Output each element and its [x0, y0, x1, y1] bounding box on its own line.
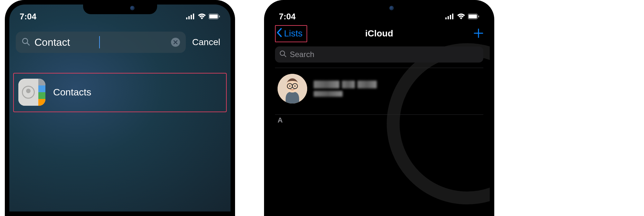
svg-rect-11: [445, 17, 447, 19]
svg-rect-1: [188, 16, 190, 19]
status-icons: [445, 14, 479, 19]
notch: [83, 0, 157, 14]
svg-rect-13: [450, 15, 451, 19]
wifi-icon: [457, 14, 465, 19]
svg-rect-2: [191, 15, 192, 19]
nav-bar: Lists iCloud: [269, 23, 490, 42]
search-input[interactable]: Contact: [34, 36, 97, 48]
search-placeholder: Search: [290, 50, 314, 59]
my-card-info: [314, 81, 481, 97]
svg-line-8: [27, 43, 29, 45]
text-cursor: [99, 36, 100, 48]
svg-rect-17: [478, 15, 479, 17]
screen-spotlight: 7:04 Contact: [9, 5, 231, 211]
avatar: [278, 74, 307, 103]
cancel-button[interactable]: Cancel: [192, 37, 224, 47]
contacts-search-box[interactable]: Search: [275, 46, 483, 63]
contacts-app-icon: [18, 79, 45, 106]
svg-rect-0: [186, 17, 187, 19]
phone-frame-2: 7:04 Lists iCloud: [264, 0, 494, 216]
search-icon: [279, 50, 287, 59]
search-result-contacts[interactable]: Contacts: [13, 73, 227, 112]
status-time: 7:04: [279, 12, 296, 22]
svg-rect-3: [193, 14, 194, 19]
wifi-icon: [198, 14, 206, 19]
search-icon: [22, 37, 30, 47]
signal-icon: [445, 14, 454, 19]
svg-point-27: [289, 85, 290, 87]
svg-line-21: [284, 55, 286, 57]
signal-icon: [186, 14, 195, 19]
battery-icon: [468, 14, 479, 19]
status-time: 7:04: [20, 12, 36, 22]
back-button-lists[interactable]: Lists: [275, 25, 307, 42]
svg-point-28: [294, 85, 296, 87]
clear-search-button[interactable]: [171, 38, 180, 47]
svg-rect-14: [452, 14, 453, 19]
redacted-name: [314, 81, 481, 88]
svg-rect-5: [209, 15, 218, 18]
camera-dot: [130, 6, 135, 10]
notch: [342, 0, 416, 14]
page-title: iCloud: [365, 28, 393, 39]
section-header-a: A: [269, 115, 490, 126]
phone-frame-1: 7:04 Contact: [5, 0, 235, 216]
svg-rect-6: [219, 15, 220, 17]
battery-icon: [209, 14, 220, 19]
svg-rect-12: [448, 16, 449, 19]
svg-rect-16: [469, 15, 477, 18]
result-label: Contacts: [53, 87, 91, 98]
chevron-left-icon: [276, 28, 283, 40]
status-icons: [186, 14, 220, 19]
spotlight-search-row: Contact Cancel: [9, 23, 231, 53]
camera-dot: [389, 6, 394, 10]
screen-contacts: 7:04 Lists iCloud: [269, 5, 490, 211]
redacted-subtitle: [314, 91, 481, 97]
add-contact-button[interactable]: [474, 27, 483, 40]
back-label: Lists: [284, 28, 303, 39]
my-card-row[interactable]: [269, 68, 490, 109]
spotlight-search-box[interactable]: Contact: [16, 32, 186, 53]
